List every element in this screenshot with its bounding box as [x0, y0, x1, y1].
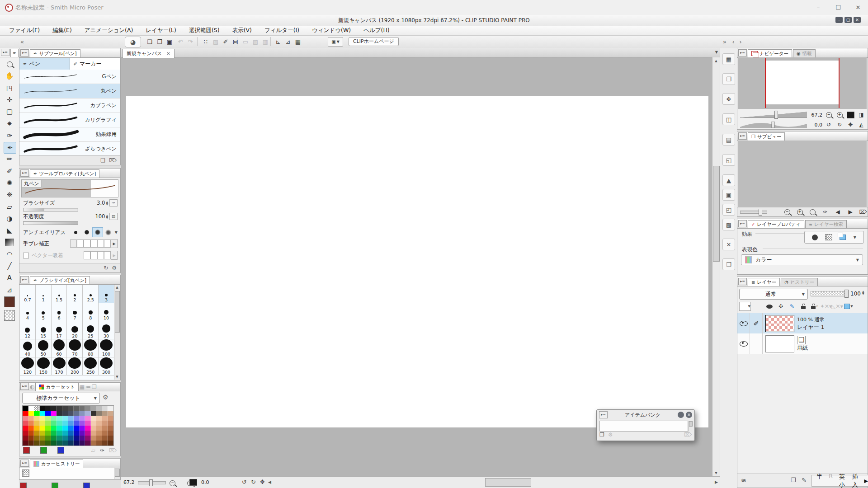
palette-color[interactable] — [45, 406, 51, 411]
brush-size-value[interactable]: 3.0 — [91, 200, 105, 206]
palette-color[interactable] — [57, 416, 62, 421]
brush-size-200[interactable]: 200 — [67, 357, 83, 375]
layer-search-tab[interactable]: ≈レイヤー検索 — [805, 220, 847, 228]
material-dock-icon[interactable]: ▩ — [722, 219, 735, 230]
palette-color[interactable] — [34, 411, 40, 416]
itembank-minimize-icon[interactable]: – — [678, 412, 684, 418]
subview-zoom-fit-icon[interactable] — [808, 208, 817, 216]
csp-maximize-button[interactable]: ▢ — [844, 17, 852, 23]
palette-color[interactable] — [34, 426, 40, 431]
subtool-menu-icon[interactable]: ▸≡ — [20, 49, 29, 56]
green-swatch[interactable] — [40, 447, 47, 454]
line-tool[interactable]: ╱ — [4, 261, 15, 272]
object-tool[interactable]: ◳ — [4, 83, 15, 94]
csp-logo-icon[interactable]: ◕ — [125, 37, 141, 47]
collapse-left-dock-icon[interactable]: « — [17, 37, 27, 46]
opacity-value[interactable]: 100 — [91, 213, 105, 220]
navigator-tab[interactable]: ナビゲーター — [748, 49, 792, 57]
palette-color[interactable] — [51, 431, 57, 436]
palette-color[interactable] — [91, 441, 97, 446]
material-dock-icon[interactable]: ▣ — [722, 189, 735, 201]
palette-color[interactable] — [51, 416, 57, 421]
brush-size-17[interactable]: 17 — [52, 321, 67, 339]
palette-color[interactable] — [40, 441, 46, 446]
statusbar-rotate-ccw-icon[interactable]: ↺ — [242, 479, 247, 485]
move-tool[interactable]: ✋ — [4, 70, 15, 81]
palette-color[interactable] — [62, 421, 68, 426]
brush-size-120[interactable]: 120 — [20, 357, 36, 375]
brush-size-30[interactable]: 30 — [99, 321, 114, 339]
brush-item-カブラペン[interactable]: カブラペン — [19, 99, 120, 113]
menu-編集[interactable]: 編集(E) — [46, 27, 78, 34]
navigator-menu-icon[interactable]: ▸≡ — [738, 49, 747, 56]
zoom-in-icon[interactable]: + — [835, 111, 844, 119]
zoom-out-icon[interactable]: − — [824, 111, 833, 119]
layers-menu-icon[interactable]: ▸≡ — [738, 278, 747, 285]
palette-color[interactable] — [108, 436, 113, 441]
layer-name[interactable]: 用紙 — [797, 344, 808, 352]
intermediate-color-icon[interactable]: ▦ — [80, 384, 85, 390]
palette-color[interactable] — [23, 441, 28, 446]
add-color-icon[interactable]: ✑ — [100, 447, 104, 454]
subview-zoom-out-icon[interactable]: − — [783, 208, 792, 216]
canvas-horizontal-scrollbar[interactable] — [485, 478, 531, 487]
palette-color[interactable] — [68, 416, 74, 421]
palette-color[interactable] — [62, 431, 68, 436]
close-button[interactable]: ✕ — [848, 0, 868, 14]
palette-color[interactable] — [91, 431, 97, 436]
palette-color[interactable] — [74, 416, 80, 421]
palette-color[interactable] — [28, 416, 34, 421]
pencil-tool[interactable]: ✏ — [4, 154, 15, 164]
history-green-swatch[interactable] — [52, 483, 58, 488]
palette-color[interactable] — [91, 426, 97, 431]
palette-color[interactable] — [23, 406, 28, 411]
subview-menu-icon[interactable]: ▸≡ — [738, 132, 747, 140]
dock-prev-icon[interactable]: ‹ — [731, 37, 736, 46]
palette-color[interactable] — [85, 441, 91, 446]
history-blue-swatch[interactable] — [83, 483, 90, 488]
snap-grid-icon[interactable]: ▦ — [293, 37, 303, 46]
brush-size-12[interactable]: 12 — [20, 321, 36, 339]
material-dock-icon[interactable]: ▦ — [722, 53, 735, 65]
palette-color[interactable] — [57, 411, 62, 416]
opacity-spinner[interactable]: ▲▼ — [106, 214, 108, 219]
palette-color[interactable] — [62, 406, 68, 411]
palette-color[interactable] — [85, 411, 91, 416]
subview-eyedropper-icon[interactable]: ✑ — [821, 208, 830, 216]
layer-thumbnail[interactable] — [765, 315, 794, 332]
ime-hankaku[interactable]: 半 — [816, 473, 822, 488]
palette-color[interactable] — [45, 436, 51, 441]
canvas-edit-icon[interactable]: ✎ — [802, 477, 807, 483]
tab-list-dropdown-icon[interactable]: ▼ — [715, 50, 718, 54]
statusbar-fit-icon[interactable] — [189, 479, 197, 486]
palette-color[interactable] — [80, 426, 85, 431]
tone-effect-icon[interactable] — [825, 234, 832, 240]
menu-フィルター[interactable]: フィルター(I) — [258, 27, 306, 34]
approx-color-icon[interactable]: ≔ — [85, 384, 91, 390]
palette-color[interactable] — [28, 406, 34, 411]
colorset-panel-tab[interactable]: カラーセット — [35, 383, 78, 391]
palette-color[interactable] — [62, 426, 68, 431]
brush-size-70[interactable]: 70 — [67, 339, 83, 357]
menu-アニメーション[interactable]: アニメーション(A) — [78, 27, 140, 34]
palette-color[interactable] — [74, 411, 80, 416]
fill-tool[interactable]: ◣ — [4, 225, 15, 236]
stabilize-segment[interactable] — [84, 239, 90, 248]
zoom-tool[interactable] — [4, 59, 15, 70]
palette-color[interactable] — [102, 426, 108, 431]
brushsize-panel-tab[interactable]: ✒ブラシサイズ[丸ペン] — [30, 276, 90, 284]
brush-size-0.7[interactable]: 0.7 — [20, 285, 36, 303]
palette-color[interactable] — [68, 426, 74, 431]
palette-color[interactable] — [80, 441, 85, 446]
lock-transparent-icon[interactable]: ▫ — [810, 302, 819, 311]
brush-size-50[interactable]: 50 — [36, 339, 52, 357]
palette-color[interactable] — [102, 421, 108, 426]
palette-color[interactable] — [80, 436, 85, 441]
palette-color[interactable] — [62, 441, 68, 446]
palette-color[interactable] — [23, 416, 28, 421]
navigator-zoom-slider[interactable] — [740, 112, 807, 118]
brush-size-170[interactable]: 170 — [52, 357, 67, 375]
palette-color[interactable] — [40, 411, 46, 416]
palette-color[interactable] — [28, 411, 34, 416]
ime-options-arrow-icon[interactable]: ▶ — [864, 478, 868, 484]
